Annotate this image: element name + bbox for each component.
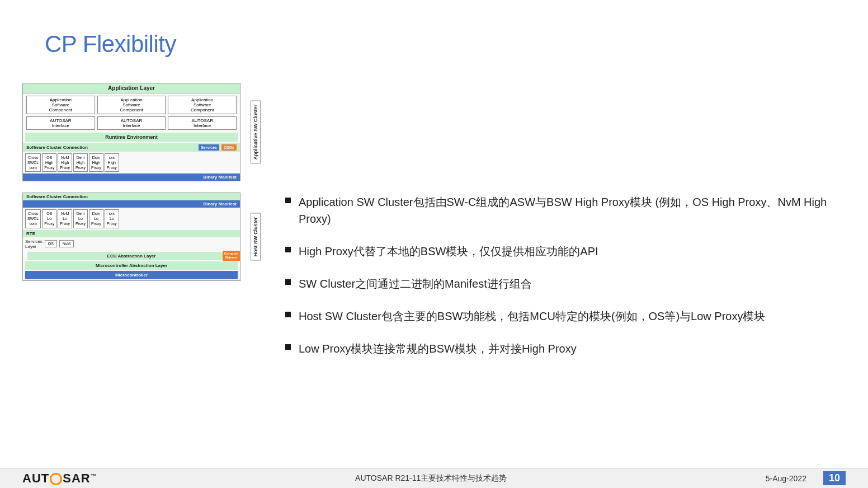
top-diagram: Application Layer ApplicationSoftwareCom… [22, 83, 240, 181]
proxy-xxx-high: xxxHighProxy [105, 153, 119, 172]
logo-o-circle [50, 473, 62, 485]
bullet-text-3: SW Cluster之间通过二进制的Manifest进行组合 [299, 275, 532, 292]
autosar-iface-1: AUTOSARInterface [26, 116, 95, 130]
services-layer-row: ServicesLayer OS NvM [23, 237, 240, 251]
autosar-interface-row: AUTOSARInterface AUTOSARInterface AUTOSA… [23, 115, 240, 131]
microcontroller-bar: Microcontroller [25, 271, 238, 279]
bullet-text-4: Host SW Cluster包含主要的BSW功能栈，包括MCU特定的模块(例如… [299, 308, 766, 325]
proxy-dem-high: DemHighProxy [73, 153, 88, 172]
proxy-os-lo: OSLoProxy [42, 209, 56, 228]
right-panel: Application SW Cluster包括由SW-C组成的ASW与BSW … [257, 83, 846, 462]
microcontroller-abstraction: Microcontroller Abstraction Layer [25, 261, 238, 270]
logo-sar: SAR™ [63, 471, 96, 486]
slide-container: CP Flexibility Application Layer Applica… [0, 0, 868, 488]
bullet-text-5: Low Proxy模块连接常规的BSW模块，并对接High Proxy [299, 340, 577, 357]
top-diagram-wrapper: Application Layer ApplicationSoftwareCom… [22, 83, 257, 181]
bottom-binary-manifest: Binary Manifest [23, 200, 240, 208]
bullet-square-2 [285, 247, 291, 252]
proxy-nvm-high: NvMHighProxy [58, 153, 72, 172]
proxy-nvm-lo: NvMLoProxy [58, 209, 72, 228]
proxy-os-high: OSHighProxy [42, 153, 56, 172]
bullet-square-1 [285, 198, 291, 203]
os-btn: OS [45, 240, 57, 247]
autosar-iface-2: AUTOSARInterface [97, 116, 166, 130]
services-layer-label: ServicesLayer [25, 239, 43, 249]
autosar-logo: AUT SAR™ [22, 471, 97, 486]
complex-drivers-btn: ComplexDrivers [223, 251, 240, 261]
bottom-rte: RTE [23, 230, 240, 237]
proxy-dcm-high: DcmHighProxy [89, 153, 103, 172]
bullet-square-4 [285, 312, 291, 317]
bullet-item-4: Host SW Cluster包含主要的BSW功能栈，包括MCU特定的模块(例如… [285, 308, 846, 325]
title-section: CP Flexibility [0, 0, 868, 66]
top-rte: Runtime Environment [25, 133, 238, 142]
footer-date: 5-Aug-2022 [766, 474, 806, 483]
bottom-diagram-wrapper: Software Cluster Connection Binary Manif… [22, 193, 257, 280]
cdds-btn: CDDs [221, 144, 237, 151]
ecu-abstraction: ECU Abstraction Layer [27, 252, 235, 260]
bullet-item-3: SW Cluster之间通过二进制的Manifest进行组合 [285, 275, 846, 292]
bullet-item-5: Low Proxy模块连接常规的BSW模块，并对接High Proxy [285, 340, 846, 357]
app-components-row: ApplicationSoftwareComponent Application… [23, 93, 240, 115]
proxy-cross-swcl-lo: CrossSWCLcom [25, 209, 41, 228]
bottom-proxy-row: CrossSWCLcom OSLoProxy NvMLoProxy DemLoP… [23, 208, 240, 229]
bullet-square-5 [285, 344, 291, 350]
app-component-1: ApplicationSoftwareComponent [26, 96, 95, 114]
top-sw-cluster-conn: Software Cluster Connection Services CDD… [23, 143, 240, 152]
bottom-diagram: Software Cluster Connection Binary Manif… [22, 193, 240, 280]
top-proxy-row: CrossSWCLcom OSHighProxy NvMHighProxy De… [23, 152, 240, 173]
applicative-sw-cluster-label: Applicative SW Cluster [251, 101, 261, 164]
slide-title: CP Flexibility [22, 14, 846, 63]
footer-center-text: AUTOSAR R21-11主要技术特性与技术趋势 [355, 473, 507, 484]
autosar-iface-3: AUTOSARInterface [168, 116, 237, 130]
host-sw-cluster-label: Host SW Cluster [251, 213, 261, 261]
logo-aut: AUT [22, 471, 49, 486]
app-layer-header: Application Layer [23, 83, 240, 93]
footer: AUT SAR™ AUTOSAR R21-11主要技术特性与技术趋势 5-Aug… [0, 468, 868, 488]
bullet-text-1: Application SW Cluster包括由SW-C组成的ASW与BSW … [299, 194, 846, 227]
app-component-3: ApplicationSoftwareComponent [168, 96, 237, 114]
services-btn: Services [199, 144, 219, 151]
bullet-item-2: High Proxy代替了本地的BSW模块，仅仅提供相应功能的API [285, 243, 846, 260]
proxy-dcm-lo: DcmLoProxy [89, 209, 103, 228]
proxy-dem-lo: DemLoProxy [73, 209, 88, 228]
app-component-2: ApplicationSoftwareComponent [97, 96, 166, 114]
left-panel: Application Layer ApplicationSoftwareCom… [22, 83, 257, 462]
top-binary-manifest: Binary Manifest [23, 173, 240, 181]
bullet-square-3 [285, 279, 291, 285]
bullet-text-2: High Proxy代替了本地的BSW模块，仅仅提供相应功能的API [299, 243, 598, 260]
bottom-sw-cluster-conn: Software Cluster Connection [23, 193, 240, 200]
bullet-item-1: Application SW Cluster包括由SW-C组成的ASW与BSW … [285, 194, 846, 227]
nvm-btn: NvM [59, 240, 74, 247]
footer-page-number: 10 [823, 471, 846, 485]
slide-content: Application Layer ApplicationSoftwareCom… [0, 66, 868, 468]
proxy-xxx-lo: xxxLoProxy [105, 209, 119, 228]
proxy-cross-swcl: CrossSWCLcom [25, 153, 41, 172]
